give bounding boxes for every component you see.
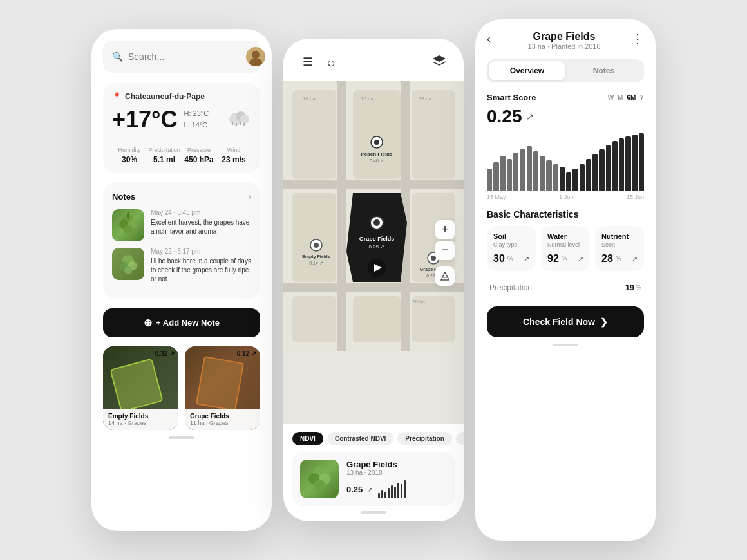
chip-ndvi[interactable]: NDVI (292, 432, 323, 445)
score-bar (586, 159, 591, 191)
layers-button[interactable] (428, 50, 451, 73)
mini-chart (378, 480, 406, 498)
search-bar[interactable]: 🔍 (103, 41, 260, 73)
field-card-2[interactable]: Grape Fields 11 ha · Grapes 0.12 ↗ (185, 346, 260, 430)
location-pin-icon: 📍 (112, 92, 122, 101)
note-content-2: May 22 · 3:17 pm I'll be back here in a … (151, 248, 251, 284)
field-cards-row: Empty Fields 14 ha · Grapes 0.32 ↗ Grape… (103, 346, 260, 430)
tab-notes[interactable]: Notes (565, 61, 642, 80)
score-bar (553, 164, 558, 191)
wind-stat: Wind 23 m/s (216, 147, 251, 164)
svg-text:0.46 ↗: 0.46 ↗ (370, 158, 384, 163)
svg-point-1 (249, 58, 262, 66)
soil-card: Soil Clay type 30 % ↗ (487, 226, 536, 271)
svg-rect-6 (236, 123, 237, 126)
svg-text:16 ha: 16 ha (303, 96, 316, 102)
svg-rect-7 (240, 122, 241, 125)
note-thumb-2 (112, 248, 144, 280)
note-item-2: May 22 · 3:17 pm I'll be back here in a … (112, 248, 251, 284)
svg-text:0.25 ↗: 0.25 ↗ (369, 244, 385, 250)
svg-rect-24 (353, 90, 401, 179)
period-w[interactable]: W (608, 94, 614, 101)
field-info-thumb (300, 460, 339, 498)
menu-icon: ☰ (303, 55, 313, 69)
score-bar (560, 167, 565, 191)
nutrient-card: Nutrient Soon 28 % ↗ (595, 226, 644, 271)
chip-crop[interactable]: Crop (456, 432, 464, 445)
chart-dates: 15 May 1 Jun 15 Jun (487, 194, 644, 200)
notes-chevron-icon[interactable]: › (248, 191, 251, 201)
score-bar (599, 149, 604, 191)
period-m[interactable]: M (618, 94, 623, 101)
notes-title: Notes (112, 192, 135, 201)
map-area[interactable]: 16 ha 15 ha 13 ha 20 ha Peach Fields 0.4… (283, 81, 464, 424)
score-bar (580, 164, 585, 191)
field-info-card[interactable]: Grape Fields 13 ha · 2018 0.25 ↗ (292, 452, 455, 506)
chip-precipitation[interactable]: Precipitation (397, 432, 452, 445)
pressure-stat: Pressure 450 hPa (182, 147, 216, 164)
note-content-1: May 24 · 5:43 pm Excellent harvest, the … (151, 209, 251, 241)
svg-text:15 ha: 15 ha (361, 96, 374, 102)
svg-point-13 (127, 212, 129, 219)
search-button[interactable]: ⌕ (319, 50, 343, 73)
field-title-block: Grape Fields 13 ha · Planted in 2018 (497, 31, 631, 50)
search-icon: 🔍 (112, 51, 123, 62)
map-header: ☰ ⌕ (283, 39, 464, 81)
field-info-details: Grape Fields 13 ha · 2018 0.25 ↗ (346, 460, 447, 498)
chip-contrasted-ndvi[interactable]: Contrasted NDVI (327, 432, 393, 445)
svg-point-0 (252, 51, 260, 59)
svg-text:20 ha: 20 ha (412, 299, 426, 304)
score-bar (527, 146, 532, 191)
note-thumb-1 (112, 209, 144, 241)
weather-card: 📍 Chateauneuf-du-Pape +17°C H: 23°C L: 1… (103, 83, 260, 173)
score-bar (520, 149, 525, 191)
left-phone: 🔍 📍 Chateauneuf-du-Pape +17°C H: 23°C L:… (91, 29, 272, 531)
svg-rect-23 (292, 90, 336, 179)
more-button[interactable]: ⋮ (631, 31, 644, 46)
menu-button[interactable]: ☰ (296, 50, 319, 73)
svg-rect-8 (243, 123, 245, 126)
precip-row: Precipitation 19 % (487, 277, 644, 297)
back-button[interactable]: ‹ (487, 31, 491, 46)
score-bar (493, 162, 498, 191)
draw-button[interactable] (435, 266, 455, 286)
location-name: Chateauneuf-du-Pape (125, 92, 205, 101)
period-y[interactable]: Y (639, 94, 644, 101)
temperature: +17°C (112, 106, 177, 133)
score-bar (500, 156, 506, 191)
period-6m[interactable]: 6M (627, 94, 636, 101)
score-bar (513, 153, 518, 191)
temp-high: H: 23°C (184, 108, 209, 120)
svg-marker-54 (441, 272, 449, 280)
soil-arrow-icon: ↗ (524, 255, 529, 263)
check-field-button[interactable]: Check Field Now ❯ (487, 306, 644, 337)
score-bar (632, 135, 638, 191)
arrow-right-icon: ❯ (600, 317, 608, 327)
svg-text:Peach Fields: Peach Fields (361, 151, 393, 157)
zoom-out-button[interactable]: − (435, 241, 455, 260)
water-card: Water Normal level 92 % ↗ (541, 226, 590, 271)
score-trend-icon: ↗ (526, 111, 534, 122)
search-icon: ⌕ (327, 55, 335, 70)
svg-rect-5 (232, 122, 233, 125)
note-item-1: May 24 · 5:43 pm Excellent harvest, the … (112, 209, 251, 241)
center-phone: ☰ ⌕ (283, 39, 464, 521)
notes-card: Notes › May 24 · 5:43 pm (103, 182, 260, 299)
tab-overview[interactable]: Overview (489, 61, 565, 80)
home-indicator (169, 436, 194, 439)
score-bar (572, 169, 578, 191)
zoom-in-button[interactable]: + (435, 220, 455, 239)
basic-char-section: Basic Characteristics Soil Clay type 30 … (487, 209, 644, 297)
score-bar (592, 154, 598, 191)
plus-icon: ⊕ (144, 317, 152, 329)
smart-score-section: Smart Score W M 6M Y 0.25 ↗ 15 May (487, 93, 644, 200)
svg-rect-25 (412, 90, 455, 179)
score-bar (612, 141, 618, 191)
svg-point-17 (124, 266, 132, 274)
search-input[interactable] (128, 51, 241, 62)
field-card-1[interactable]: Empty Fields 14 ha · Grapes 0.32 ↗ (103, 346, 178, 430)
water-arrow-icon: ↗ (578, 255, 583, 263)
add-note-button[interactable]: ⊕ + Add New Note (103, 308, 260, 337)
char-cards-row: Soil Clay type 30 % ↗ Water Normal level… (487, 226, 644, 271)
filter-chips: NDVI Contrasted NDVI Precipitation Crop … (283, 424, 464, 452)
